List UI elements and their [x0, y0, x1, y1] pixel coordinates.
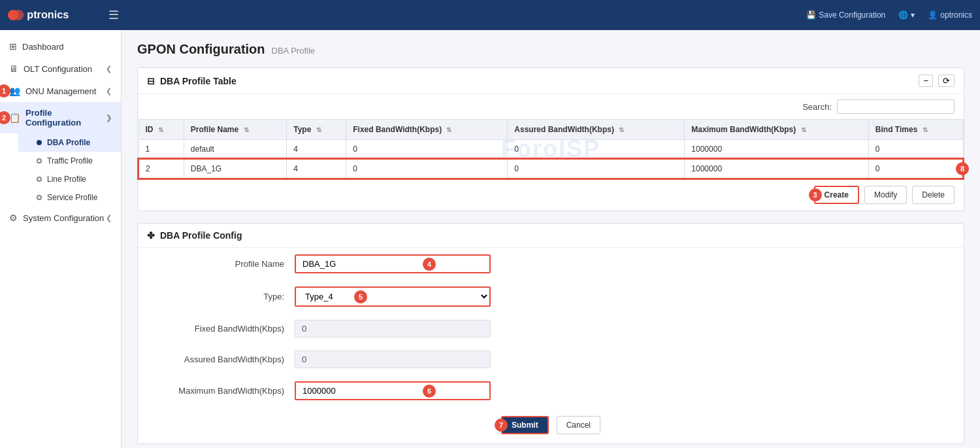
max-bw-input[interactable] [295, 381, 491, 400]
table-cell: 1000000 [685, 140, 869, 160]
assured-bw-label: Assured BandWidth(Kbps) [154, 354, 284, 364]
profile-icon: 📋 [9, 112, 20, 123]
sidebar-item-system-config[interactable]: ⚙ System Configuration ❮ [0, 207, 121, 229]
save-config-button[interactable]: 💾 Save Configuration [806, 10, 885, 20]
card-header-table: ⊟ DBA Profile Table − ⟳ [138, 68, 964, 94]
chevron-right-icon: ❮ [106, 65, 112, 73]
svg-point-1 [13, 10, 24, 20]
type-select[interactable]: Type_1Type_2Type_3Type_4Type_5 [295, 286, 491, 307]
col-profile-name[interactable]: Profile Name ⇅ [184, 120, 286, 140]
table-header: ID ⇅ Profile Name ⇅ Type ⇅ Fixed BandWid… [139, 120, 963, 140]
dot-icon [37, 177, 42, 182]
card-header-left: ⊟ DBA Profile Table [147, 76, 237, 86]
table-cell: 2 [139, 159, 184, 179]
annotation-badge-3: 3 [809, 188, 822, 201]
col-fixed-bw[interactable]: Fixed BandWidth(Kbps) ⇅ [346, 120, 508, 140]
fixed-bw-row: Fixed BandWidth(Kbps) 0 [138, 313, 964, 344]
sidebar-item-profile-config[interactable]: 📋 Profile Configuration ❯ 2 [0, 102, 121, 133]
col-type[interactable]: Type ⇅ [287, 120, 346, 140]
dashboard-icon: ⊞ [9, 41, 17, 52]
table-cell: 0 [508, 140, 685, 160]
dot-icon [37, 140, 42, 145]
annotation-badge-7: 7 [495, 419, 508, 432]
user-menu[interactable]: 👤 optronics [928, 10, 972, 20]
type-row: Type: Type_1Type_2Type_3Type_4Type_5 5 T… [138, 280, 964, 313]
sidebar-item-dashboard[interactable]: ⊞ Dashboard [0, 35, 121, 58]
sidebar-item-traffic-profile[interactable]: Traffic Profile [18, 152, 121, 170]
config-card-header: ✤ DBA Profile Config [138, 224, 964, 248]
assured-bw-value: 0 [295, 351, 491, 368]
card-title-table: DBA Profile Table [160, 76, 237, 86]
hamburger-menu[interactable]: ☰ [103, 5, 124, 25]
table-cell: 08 [868, 159, 963, 179]
expand-button[interactable]: ⟳ [938, 75, 955, 87]
fixed-bw-value: 0 [295, 320, 491, 337]
svg-text:ptronics: ptronics [27, 9, 69, 20]
search-label: Search: [802, 102, 832, 112]
annotation-badge-5: 5 [354, 290, 367, 303]
config-icon: ✤ [147, 230, 155, 241]
collapse-button[interactable]: − [919, 75, 933, 87]
logo: ptronics [8, 5, 93, 26]
onu-icon: 👥 [9, 86, 20, 96]
page-header: GPON Configuration DBA Profile [137, 42, 964, 57]
sidebar-item-service-profile[interactable]: Service Profile [18, 188, 121, 207]
table-cell: 4 [287, 140, 346, 160]
table-toolbar: Search: [138, 94, 964, 119]
max-bw-row: Maximum BandWidth(Kbps) 6 [138, 375, 964, 407]
globe-icon: 🌐 [898, 10, 908, 20]
profile-name-row: Profile Name 4 [138, 248, 964, 280]
system-icon: ⚙ [9, 213, 18, 223]
submit-button[interactable]: Submit [501, 416, 549, 434]
annotation-badge-8: 8 [956, 162, 969, 175]
language-selector[interactable]: 🌐 ▾ [898, 10, 915, 20]
config-card-title: DBA Profile Config [160, 230, 242, 241]
page-title: GPON Configuration [137, 42, 265, 57]
type-label: Type: [154, 292, 284, 302]
search-input[interactable] [837, 99, 955, 114]
profile-sub-menu: DBA Profile Traffic Profile Line Profile… [0, 133, 121, 207]
dot-icon [37, 158, 42, 164]
breadcrumb: DBA Profile [272, 43, 315, 56]
annotation-badge-4: 4 [423, 258, 436, 271]
table-cell: 0 [346, 140, 508, 160]
delete-button[interactable]: Delete [912, 186, 955, 204]
nav-right: 💾 Save Configuration 🌐 ▾ 👤 optronics [806, 10, 972, 20]
create-button[interactable]: 3 Create [814, 186, 859, 204]
col-max-bw[interactable]: Maximum BandWidth(Kbps) ⇅ [685, 120, 869, 140]
dba-config-card: ✤ DBA Profile Config Profile Name 4 Type… [137, 223, 964, 444]
sidebar-item-dba-profile[interactable]: DBA Profile [18, 133, 121, 152]
dba-profile-table: ID ⇅ Profile Name ⇅ Type ⇅ Fixed BandWid… [138, 119, 964, 179]
assured-bw-row: Assured BandWidth(Kbps) 0 [138, 344, 964, 375]
fixed-bw-label: Fixed BandWidth(Kbps) [154, 324, 284, 334]
col-bind-times[interactable]: Bind Times ⇅ [868, 120, 963, 140]
table-cell: 0 [346, 159, 508, 179]
card-header-right: − ⟳ [919, 75, 955, 87]
table-cell: 0 [508, 159, 685, 179]
form-actions: Submit 7 Cancel [138, 407, 964, 443]
table-cell: 4 [287, 159, 346, 179]
main-content: GPON Configuration DBA Profile ⊟ DBA Pro… [122, 30, 980, 448]
chevron-right-icon: ❮ [106, 214, 112, 222]
sidebar-item-olt-config[interactable]: 🖥 OLT Configuration ❮ [0, 58, 121, 80]
sidebar-item-onu-mgmt[interactable]: 👥 ONU Management ❮ 1 [0, 80, 121, 102]
modify-button[interactable]: Modify [864, 186, 907, 204]
sidebar: ⊞ Dashboard 🖥 OLT Configuration ❮ 👥 ONU … [0, 30, 122, 448]
table-row[interactable]: 2DBA_1G400100000008 [139, 159, 963, 179]
top-nav: ptronics ☰ 💾 Save Configuration 🌐 ▾ 👤 op… [0, 0, 980, 30]
profile-name-input[interactable] [295, 254, 491, 273]
col-id[interactable]: ID ⇅ [139, 120, 184, 140]
table-cell: 1 [139, 140, 184, 160]
col-assured-bw[interactable]: Assured BandWidth(Kbps) ⇅ [508, 120, 685, 140]
table-body: 1default400100000002DBA_1G400100000008 [139, 140, 963, 179]
table-cell: 1000000 [685, 159, 869, 179]
table-cell: default [184, 140, 286, 160]
table-row[interactable]: 1default40010000000 [139, 140, 963, 160]
chevron-right-icon: ❮ [106, 87, 112, 95]
cancel-button[interactable]: Cancel [557, 416, 600, 434]
max-bw-label: Maximum BandWidth(Kbps) [154, 386, 284, 396]
table-wrapper: ForoISP ID ⇅ Profile Name ⇅ Type ⇅ Fixed… [138, 119, 964, 179]
table-icon: ⊟ [147, 76, 155, 86]
user-icon: 👤 [928, 10, 938, 20]
sidebar-item-line-profile[interactable]: Line Profile [18, 170, 121, 188]
